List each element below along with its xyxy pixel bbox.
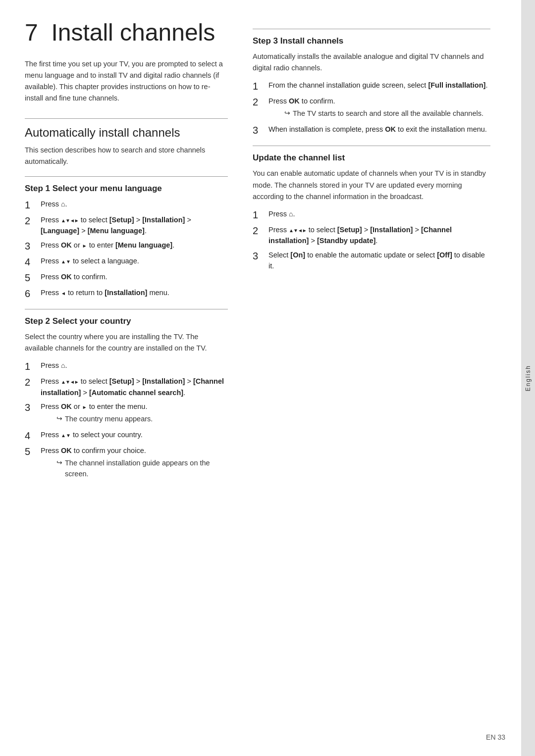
main-content: 7 Install channels The first time you se… <box>0 0 521 756</box>
section-divider-right-1 <box>253 29 490 29</box>
step2-desc: Select the country where you are install… <box>25 331 228 354</box>
list-content: Press . <box>41 199 228 210</box>
intro-paragraph: The first time you set up your TV, you a… <box>25 58 228 104</box>
list-item: 5 Press OK to confirm. <box>25 271 228 284</box>
page-title: 7 Install channels <box>25 20 228 46</box>
list-item: 3 Select [On] to enable the automatic up… <box>253 250 490 272</box>
step1-title: Step 1 Select your menu language <box>25 184 228 194</box>
arrow-symbol: ↪ <box>56 457 62 468</box>
note-text: The country menu appears. <box>65 413 153 424</box>
list-item: 2 Press to select [Setup] > [Installatio… <box>25 376 228 398</box>
list-content: Press OK or to enter [Menu language]. <box>41 240 228 251</box>
home-icon <box>61 200 65 208</box>
section-divider-3 <box>25 309 228 309</box>
list-num: 4 <box>25 429 38 442</box>
sidebar-label: English <box>525 365 532 391</box>
list-item: 2 Press OK to confirm. ↪ The TV starts t… <box>253 96 490 121</box>
list-content: Press OK to confirm. <box>41 271 228 282</box>
nav-icon <box>61 216 79 224</box>
list-content: Press OK or to enter the menu. <box>41 403 147 410</box>
step2-list: 1 Press . 2 Press to select [Setup] > [I… <box>25 360 228 481</box>
list-item: 2 Press to select [Setup] > [Installatio… <box>253 224 490 247</box>
nav-ud-icon <box>61 257 71 265</box>
list-content: Press . <box>41 360 228 371</box>
list-item: 1 Press . <box>25 199 228 211</box>
update-list: 1 Press . 2 Press to select [Setup] > [I… <box>253 208 490 272</box>
list-num: 5 <box>25 271 38 284</box>
arrow-symbol: ↪ <box>284 108 290 119</box>
list-num: 2 <box>253 224 266 237</box>
list-content: Press to select a language. <box>41 255 228 266</box>
section-divider-right-2 <box>253 146 490 146</box>
list-item: 4 Press to select your country. <box>25 429 228 442</box>
update-section-title: Update the channel list <box>253 153 490 163</box>
list-content: Select [On] to enable the automatic upda… <box>268 250 490 272</box>
list-item: 3 Press OK or to enter the menu. ↪ The c… <box>25 401 228 426</box>
sidebar-tab: English <box>521 0 535 756</box>
list-content: Press to select your country. <box>41 429 228 440</box>
list-item: 6 Press to return to [Installation] menu… <box>25 287 228 300</box>
nav-left-icon <box>61 289 66 297</box>
list-num: 4 <box>25 255 38 268</box>
arrow-note: ↪ The channel installation guide appears… <box>56 457 228 480</box>
note-text: The TV starts to search and store all th… <box>293 108 483 119</box>
list-num: 1 <box>253 208 266 221</box>
update-section-desc: You can enable automatic update of chann… <box>253 168 490 202</box>
list-item: 1 From the channel installation guide sc… <box>253 80 490 93</box>
auto-section-desc: This section describes how to search and… <box>25 145 228 167</box>
list-item: 1 Press . <box>253 208 490 221</box>
list-content: Press OK to confirm. <box>268 97 335 105</box>
list-num: 1 <box>25 199 38 211</box>
list-num: 2 <box>25 376 38 389</box>
section-divider-2 <box>25 176 228 177</box>
list-content: Press . <box>268 208 490 220</box>
nav-icon <box>289 226 307 234</box>
list-num: 3 <box>253 124 266 137</box>
list-item: 3 When installation is complete, press O… <box>253 124 490 137</box>
arrow-symbol: ↪ <box>56 413 62 424</box>
right-column: Step 3 Install channels Automatically in… <box>243 20 505 736</box>
list-num: 6 <box>25 287 38 300</box>
list-item: 1 Press . <box>25 360 228 373</box>
list-item: 5 Press OK to confirm your choice. ↪ The… <box>25 445 228 481</box>
nav-ud-icon <box>61 431 71 439</box>
step2-title: Step 2 Select your country <box>25 316 228 326</box>
page-title-text: Install channels <box>51 19 215 46</box>
auto-section-title: Automatically install channels <box>25 126 228 140</box>
arrow-note: ↪ The TV starts to search and store all … <box>284 108 483 119</box>
list-content: From the channel installation guide scre… <box>268 80 490 91</box>
chapter-number: 7 <box>25 19 38 46</box>
list-content: Press OK to confirm your choice. <box>41 447 146 454</box>
step1-list: 1 Press . 2 Press to select [Setup] > [I… <box>25 199 228 300</box>
list-num: 3 <box>253 250 266 262</box>
list-num: 2 <box>253 96 266 108</box>
page-footer: EN 33 <box>486 733 505 741</box>
list-content: Press to return to [Installation] menu. <box>41 287 228 298</box>
list-item: 2 Press to select [Setup] > [Installatio… <box>25 214 228 237</box>
list-num: 1 <box>253 80 266 93</box>
page-container: 7 Install channels The first time you se… <box>0 0 535 756</box>
left-column: 7 Install channels The first time you se… <box>0 20 243 736</box>
step3-title: Step 3 Install channels <box>253 36 490 46</box>
nav-right-icon <box>82 241 87 249</box>
list-item: 3 Press OK or to enter [Menu language]. <box>25 240 228 252</box>
list-num: 3 <box>25 240 38 252</box>
note-text: The channel installation guide appears o… <box>65 457 228 480</box>
arrow-note: ↪ The country menu appears. <box>56 413 153 424</box>
list-num: 5 <box>25 445 38 458</box>
step3-list: 1 From the channel installation guide sc… <box>253 80 490 137</box>
list-content: When installation is complete, press OK … <box>268 124 490 135</box>
list-num: 2 <box>25 214 38 227</box>
list-item: 4 Press to select a language. <box>25 255 228 268</box>
list-content: Press to select [Setup] > [Installation]… <box>41 214 228 237</box>
list-num: 3 <box>25 401 38 414</box>
home-icon <box>289 210 293 218</box>
nav-right-icon <box>82 403 87 410</box>
footer-text: EN 33 <box>486 733 505 741</box>
list-num: 1 <box>25 360 38 373</box>
step3-desc: Automatically installs the available ana… <box>253 51 490 74</box>
list-content: Press to select [Setup] > [Installation]… <box>41 376 228 398</box>
section-divider-1 <box>25 118 228 119</box>
list-content: Press to select [Setup] > [Installation]… <box>268 224 490 247</box>
nav-icon <box>61 377 79 385</box>
